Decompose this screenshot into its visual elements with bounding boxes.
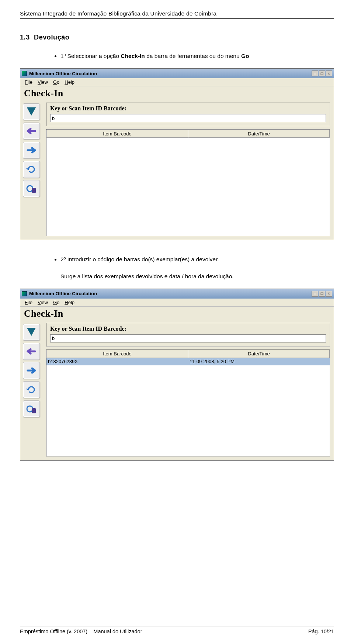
checkin-bold: Check-In	[121, 53, 145, 59]
menu-view[interactable]: View	[35, 79, 50, 86]
toolbar-arrow-right-icon[interactable]	[23, 142, 40, 159]
table-body-empty	[46, 365, 330, 456]
col-datetime[interactable]: Date/Time	[188, 350, 330, 358]
instruction-item-1: 1º Seleccionar a opção Check-In da barra…	[60, 52, 334, 60]
toolbar-arrow-right-icon[interactable]	[23, 362, 40, 379]
app-icon	[22, 71, 27, 76]
toolbar-left	[21, 323, 42, 457]
toolbar-user-icon[interactable]	[23, 180, 40, 197]
barcode-label: Key or Scan Item ID Barcode:	[50, 326, 326, 332]
menu-go[interactable]: Go	[51, 299, 62, 306]
titlebar: Millennium Offline Circulation – □ ×	[20, 69, 334, 78]
section-number: 1.3	[20, 34, 30, 41]
minimize-button[interactable]: –	[312, 70, 318, 76]
footer-left: Empréstimo Offline (v. 2007) – Manual do…	[20, 628, 142, 634]
toolbar-left	[21, 103, 42, 236]
window-title: Millennium Offline Circulation	[29, 71, 97, 76]
page-title: Check-In	[20, 86, 334, 100]
table-body-empty	[46, 138, 330, 236]
instruction-list-1: 1º Seleccionar a opção Check-In da barra…	[60, 52, 334, 60]
menubar: File View Go Help	[20, 299, 334, 307]
instruction-list-3: Surge a lista dos exemplares devolvidos …	[60, 272, 334, 280]
close-button[interactable]: ×	[326, 70, 332, 76]
instruction-list-2: 2º Introduzir o código de barras do(s) e…	[60, 255, 334, 264]
toolbar-arrow-left-icon[interactable]	[23, 123, 40, 140]
menu-file[interactable]: File	[22, 79, 35, 86]
page-title: Check-In	[20, 307, 334, 320]
svg-rect-7	[32, 408, 36, 413]
svg-marker-5	[27, 328, 36, 336]
svg-point-2	[27, 186, 33, 192]
section-title: 1.3 Devolução	[20, 34, 334, 41]
toolbar-checkin-icon[interactable]	[23, 103, 40, 120]
svg-rect-3	[32, 188, 36, 193]
menubar: File View Go Help	[20, 78, 334, 86]
toolbar-sync-icon[interactable]	[23, 161, 40, 178]
titlebar: Millennium Offline Circulation – □ ×	[20, 289, 334, 299]
maximize-button[interactable]: □	[319, 291, 325, 297]
barcode-group: Key or Scan Item ID Barcode:	[46, 103, 330, 126]
section-name: Devolução	[34, 34, 69, 41]
toolbar-user-icon[interactable]	[23, 400, 40, 417]
toolbar-checkin-icon[interactable]	[23, 324, 40, 341]
document-footer: Empréstimo Offline (v. 2007) – Manual do…	[20, 627, 334, 634]
maximize-button[interactable]: □	[319, 70, 325, 76]
cell-barcode: b132076239X	[46, 358, 188, 365]
menu-go[interactable]: Go	[51, 79, 62, 86]
app-window-2: Millennium Offline Circulation – □ × Fil…	[20, 289, 334, 461]
text: da barra de ferramentas ou do menu	[145, 53, 241, 59]
instruction-item-3: Surge a lista dos exemplares devolvidos …	[60, 272, 334, 280]
col-barcode[interactable]: Item Barcode	[46, 130, 188, 138]
results-table: Item Barcode Date/Time	[46, 129, 330, 236]
results-table: Item Barcode Date/Time b132076239X 11-09…	[46, 349, 330, 457]
barcode-input[interactable]	[50, 334, 326, 342]
document-header: Sistema Integrado de Informação Bibliogr…	[20, 10, 334, 19]
window-title: Millennium Offline Circulation	[29, 291, 97, 296]
app-window-1: Millennium Offline Circulation – □ × Fil…	[20, 68, 334, 240]
col-barcode[interactable]: Item Barcode	[46, 350, 188, 358]
go-bold: Go	[241, 53, 249, 59]
minimize-button[interactable]: –	[312, 291, 318, 297]
cell-datetime: 11-09-2008, 5:20 PM	[188, 358, 330, 365]
menu-help[interactable]: Help	[62, 79, 77, 86]
svg-marker-1	[27, 107, 36, 116]
barcode-group: Key or Scan Item ID Barcode:	[46, 323, 330, 347]
footer-right: Pág. 10/21	[308, 628, 334, 634]
menu-view[interactable]: View	[35, 299, 50, 306]
text: 1º Seleccionar a opção	[60, 53, 121, 59]
close-button[interactable]: ×	[326, 291, 332, 297]
col-datetime[interactable]: Date/Time	[188, 130, 330, 138]
toolbar-arrow-left-icon[interactable]	[23, 343, 40, 360]
app-icon	[22, 291, 27, 296]
table-row[interactable]: b132076239X 11-09-2008, 5:20 PM	[46, 358, 330, 365]
toolbar-sync-icon[interactable]	[23, 381, 40, 398]
svg-point-6	[27, 406, 33, 412]
instruction-item-2: 2º Introduzir o código de barras do(s) e…	[60, 255, 334, 264]
barcode-label: Key or Scan Item ID Barcode:	[50, 105, 326, 112]
barcode-input[interactable]	[50, 114, 326, 122]
menu-file[interactable]: File	[22, 299, 35, 306]
menu-help[interactable]: Help	[62, 299, 77, 306]
